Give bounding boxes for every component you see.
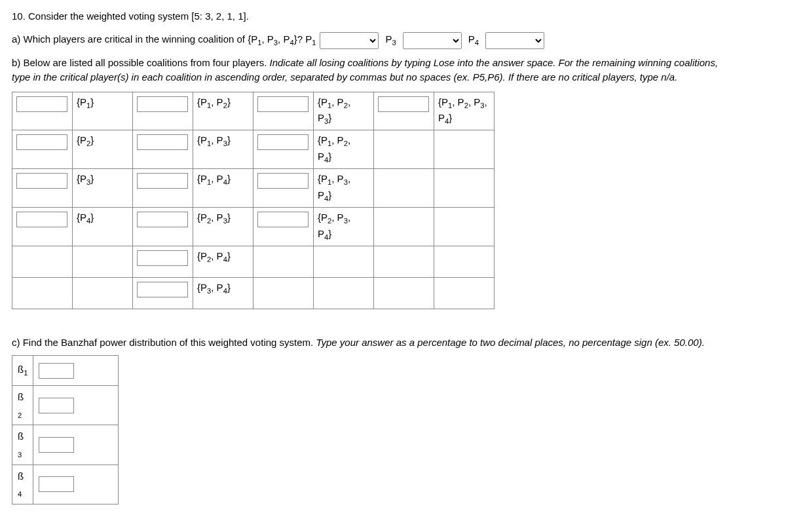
table-row: {P1} {P1, P2} {P1, P2,P3} {P1, P2, P3,P4… (12, 92, 495, 130)
part-a: a) Which players are critical in the win… (12, 32, 774, 49)
coalition-label-p1p2: {P1, P2} (193, 92, 253, 130)
coalition-table: {P1} {P1, P2} {P1, P2,P3} {P1, P2, P3,P4… (12, 92, 495, 309)
part-b-text: b) Below are listed all possible coaliti… (12, 56, 774, 85)
table-row: {P4} {P2, P3} {P2, P3,P4} (12, 207, 495, 246)
coalition-input-p1p2[interactable] (137, 96, 188, 112)
coalition-input-p3p4[interactable] (137, 282, 188, 297)
coalition-label-p1p4: {P1, P4} (193, 169, 253, 208)
coalition-input-p1p2p4[interactable] (257, 134, 309, 150)
question-header: 10. Consider the weighted voting system … (12, 9, 774, 24)
table-row: ß1 (12, 356, 119, 386)
question-number: 10. (12, 10, 26, 22)
coalition-input-p1[interactable] (16, 96, 67, 112)
coalition-label-p2p3: {P2, P3} (193, 207, 253, 246)
coalition-input-p2p3[interactable] (137, 212, 188, 227)
part-a-select-p3[interactable] (403, 32, 462, 49)
beta4-label: ß 4 (12, 465, 33, 504)
table-row: ß 2 (12, 386, 119, 425)
table-row: {P2, P4} (12, 246, 495, 277)
coalition-label-p2p3p4: {P2, P3,P4} (314, 207, 374, 246)
coalition-input-p2[interactable] (16, 134, 67, 150)
part-a-prefix: a) Which players are critical in the win… (12, 33, 257, 45)
table-row: {P2} {P1, P3} {P1, P2,P4} (12, 130, 495, 169)
coalition-label-p2: {P2} (73, 130, 133, 169)
coalition-label-p1p3: {P1, P3} (193, 130, 253, 169)
part-c-text: c) Find the Banzhaf power distribution o… (12, 335, 774, 351)
part-a-select-p1[interactable] (320, 32, 379, 49)
coalition-label-p1p2p3p4: {P1, P2, P3,P4} (434, 92, 495, 130)
beta2-label: ß 2 (12, 386, 33, 425)
coalition-label-p3p4: {P3, P4} (193, 277, 253, 309)
beta3-input[interactable] (39, 437, 74, 453)
coalition-input-p1p2p3p4[interactable] (378, 96, 429, 112)
table-row: ß 3 (12, 425, 119, 465)
coalition-label-p1p3p4: {P1, P3,P4} (314, 169, 374, 208)
table-row: {P3, P4} (12, 277, 495, 309)
part-a-select-p4[interactable] (485, 32, 544, 49)
coalition-input-p1p3p4[interactable] (257, 173, 309, 189)
table-row: ß 4 (12, 465, 119, 504)
coalition-label-p1p2p4: {P1, P2,P4} (314, 130, 374, 169)
coalition-input-p2p4[interactable] (137, 250, 188, 266)
beta2-input[interactable] (39, 398, 74, 413)
table-row: {P3} {P1, P4} {P1, P3,P4} (12, 169, 495, 208)
coalition-input-p2p3p4[interactable] (257, 212, 309, 227)
coalition-label-p3: {P3} (73, 169, 133, 208)
beta3-label: ß 3 (12, 425, 33, 465)
question-text: Consider the weighted voting system [5: … (28, 10, 249, 22)
coalition-input-p4[interactable] (16, 212, 67, 227)
coalition-label-p2p4: {P2, P4} (193, 246, 253, 277)
coalition-input-p1p2p3[interactable] (257, 96, 309, 112)
beta4-input[interactable] (39, 476, 74, 492)
coalition-input-p1p3[interactable] (137, 134, 188, 150)
coalition-label-p1p2p3: {P1, P2,P3} (314, 92, 374, 130)
coalition-input-p1p4[interactable] (137, 173, 188, 189)
coalition-input-p3[interactable] (16, 173, 67, 189)
beta1-label: ß1 (12, 356, 33, 386)
coalition-label-p4: {P4} (73, 207, 133, 246)
banzhaf-table: ß1 ß 2 ß 3 ß 4 (12, 355, 119, 504)
beta1-input[interactable] (39, 363, 74, 379)
coalition-label-p1: {P1} (73, 92, 133, 130)
